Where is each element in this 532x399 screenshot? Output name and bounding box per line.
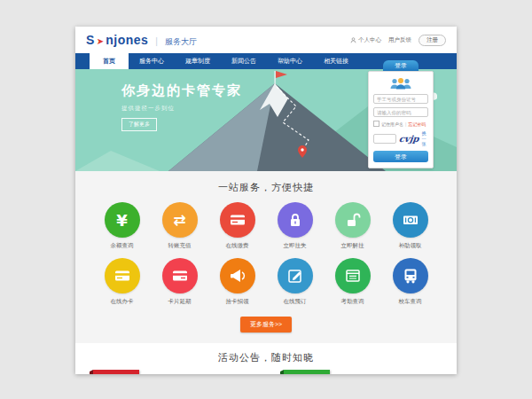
announcement-panels: 使用指南 最新公告 更多>> 使用指南 更多>>	[75, 372, 457, 374]
nav-item-home[interactable]: 首页	[90, 53, 129, 69]
usage-guide-ribbon-green[interactable]: 使用指南	[284, 370, 330, 374]
user-feedback-label: 用户反馈	[388, 36, 411, 44]
hero-cta-button[interactable]: 了解更多	[121, 118, 157, 131]
service-apply-card[interactable]: 在线办卡	[93, 258, 151, 314]
service-bus[interactable]: 校车查询	[381, 258, 439, 314]
username-input[interactable]	[373, 94, 428, 104]
hero-copy: 你身边的卡管专家 提供捷径一步到位 了解更多	[121, 82, 242, 131]
announcements-title: 活动公告，随时知晓	[75, 351, 457, 364]
card-icon	[170, 266, 190, 286]
remember-checkbox[interactable]	[373, 121, 379, 127]
service-report-loss[interactable]: 立即挂失	[266, 202, 324, 258]
service-attendance[interactable]: 考勤查询	[324, 258, 381, 314]
service-balance[interactable]: ¥ 余额查询	[93, 202, 151, 258]
login-tab[interactable]: 登录	[383, 60, 419, 71]
users-group-icon	[373, 77, 428, 90]
attendance-icon	[343, 266, 363, 286]
personal-center-link[interactable]: 个人中心	[350, 36, 381, 44]
more-services-button[interactable]: 更多服务>>	[240, 317, 292, 332]
logo-text-suffix: njones	[106, 33, 148, 47]
login-submit-button[interactable]: 登录	[373, 151, 428, 162]
services-row-1: ¥ 余额查询 ⇄ 转账充值 在线缴费 立即挂失	[75, 202, 457, 258]
service-hall-page: S ➤ njones | 服务大厅 个人中心 用户反馈 注册 首页 服务中心 规…	[75, 27, 457, 374]
service-transfer[interactable]: ⇄ 转账充值	[151, 202, 208, 258]
lock-icon	[286, 210, 305, 230]
logo-spark-icon: ➤	[97, 36, 104, 46]
register-button[interactable]: 注册	[419, 35, 446, 46]
header: S ➤ njones | 服务大厅 个人中心 用户反馈 注册	[75, 27, 457, 53]
login-form: 记住用户名 | 忘记密码 cvjp 换一张 登录	[368, 71, 434, 168]
service-payment[interactable]: 在线缴费	[208, 202, 266, 258]
service-unreport-loss[interactable]: 立即解挂	[324, 202, 381, 258]
header-utility-links: 个人中心 用户反馈 注册	[350, 35, 446, 46]
captcha-refresh-link[interactable]: 换一张	[422, 130, 428, 146]
logo-text-prefix: S	[86, 33, 95, 47]
guide-panel: 使用指南 最新公告 更多>>	[84, 372, 264, 374]
login-options-row: 记住用户名 | 忘记密码	[373, 121, 428, 127]
desktop-background: S ➤ njones | 服务大厅 个人中心 用户反馈 注册 首页 服务中心 规…	[0, 0, 532, 399]
nav-item-service-center[interactable]: 服务中心	[129, 53, 175, 69]
captcha-image[interactable]: cvjp	[398, 134, 419, 144]
services-section: 一站服务，方便快捷 ¥ 余额查询 ⇄ 转账充值 在线缴费 立即挂失	[75, 171, 457, 343]
card-icon	[113, 266, 132, 286]
forgot-password-link[interactable]: 忘记密码	[408, 121, 426, 127]
banknote-icon	[401, 210, 420, 230]
megaphone-icon	[228, 266, 247, 286]
service-card-renewal[interactable]: 卡片延期	[151, 258, 208, 314]
captcha-input[interactable]	[373, 134, 396, 144]
hero-title: 你身边的卡管专家	[121, 82, 242, 99]
logo-divider: |	[155, 36, 158, 46]
password-input[interactable]	[373, 107, 428, 117]
personal-center-label: 个人中心	[358, 36, 381, 44]
services-row-2: 在线办卡 卡片延期 拾卡招领 在线预订	[75, 258, 457, 314]
logo[interactable]: S ➤ njones | 服务大厅	[86, 33, 197, 48]
bus-icon	[401, 266, 420, 286]
announcements-section: 活动公告，随时知晓 使用指南 最新公告 更多>> 使用指南 更多>>	[75, 343, 457, 374]
service-subsidy[interactable]: 补助领取	[381, 202, 439, 258]
captcha-row: cvjp 换一张	[373, 130, 428, 146]
options-divider: |	[405, 121, 406, 127]
services-title: 一站服务，方便快捷	[75, 181, 457, 194]
usage-guide-ribbon[interactable]: 使用指南	[93, 370, 139, 374]
user-icon	[350, 37, 356, 43]
edit-icon	[286, 266, 305, 286]
guide-panel-right: 使用指南 更多>>	[275, 372, 448, 374]
nav-item-news[interactable]: 新闻公告	[221, 53, 267, 69]
login-panel: 登录 记住用户名 | 忘记密码 cvjp 换一张	[368, 60, 434, 168]
site-title: 服务大厅	[165, 36, 197, 48]
remember-label: 记住用户名	[381, 121, 403, 127]
nav-item-links[interactable]: 相关链接	[313, 53, 359, 69]
service-reservation[interactable]: 在线预订	[266, 258, 324, 314]
card-icon	[228, 210, 247, 230]
service-lost-found[interactable]: 拾卡招领	[208, 258, 266, 314]
unlock-icon	[343, 210, 363, 230]
hero-subtitle: 提供捷径一步到位	[121, 105, 242, 113]
latest-announcements-tab[interactable]: 最新公告	[148, 373, 171, 374]
transfer-icon: ⇄	[173, 211, 185, 230]
nav-item-help-center[interactable]: 帮助中心	[267, 53, 313, 69]
yen-icon: ¥	[116, 211, 128, 230]
nav-item-regulations[interactable]: 规章制度	[175, 53, 221, 69]
user-feedback-link[interactable]: 用户反馈	[388, 36, 411, 44]
